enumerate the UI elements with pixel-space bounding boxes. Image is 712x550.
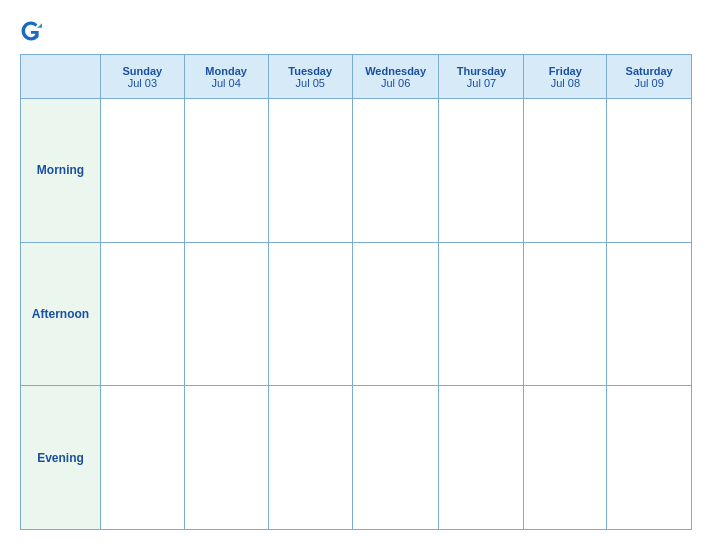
- day-header-tuesday: TuesdayJul 05: [268, 55, 352, 99]
- header-row: SundayJul 03MondayJul 04TuesdayJul 05Wed…: [21, 55, 692, 99]
- row-label-morning: Morning: [21, 99, 101, 243]
- cell-evening-sunday[interactable]: [101, 386, 185, 530]
- cell-afternoon-saturday[interactable]: [607, 242, 692, 386]
- row-afternoon: Afternoon: [21, 242, 692, 386]
- cell-morning-sunday[interactable]: [101, 99, 185, 243]
- cell-morning-tuesday[interactable]: [268, 99, 352, 243]
- day-name: Monday: [187, 65, 266, 77]
- day-header-sunday: SundayJul 03: [101, 55, 185, 99]
- cell-evening-thursday[interactable]: [439, 386, 524, 530]
- day-name: Sunday: [103, 65, 182, 77]
- day-date: Jul 06: [355, 77, 437, 89]
- calendar-table: SundayJul 03MondayJul 04TuesdayJul 05Wed…: [20, 54, 692, 530]
- cell-afternoon-friday[interactable]: [524, 242, 607, 386]
- corner-header: [21, 55, 101, 99]
- cell-afternoon-wednesday[interactable]: [352, 242, 439, 386]
- day-header-wednesday: WednesdayJul 06: [352, 55, 439, 99]
- cell-evening-monday[interactable]: [184, 386, 268, 530]
- cell-morning-wednesday[interactable]: [352, 99, 439, 243]
- cell-afternoon-monday[interactable]: [184, 242, 268, 386]
- logo-icon: [20, 20, 42, 42]
- day-header-thursday: ThursdayJul 07: [439, 55, 524, 99]
- cell-morning-friday[interactable]: [524, 99, 607, 243]
- day-header-friday: FridayJul 08: [524, 55, 607, 99]
- cell-morning-monday[interactable]: [184, 99, 268, 243]
- row-morning: Morning: [21, 99, 692, 243]
- cell-afternoon-thursday[interactable]: [439, 242, 524, 386]
- svg-marker-0: [37, 23, 42, 28]
- header: [20, 18, 692, 42]
- cell-evening-saturday[interactable]: [607, 386, 692, 530]
- day-date: Jul 03: [103, 77, 182, 89]
- cell-evening-friday[interactable]: [524, 386, 607, 530]
- day-date: Jul 09: [609, 77, 689, 89]
- cell-afternoon-sunday[interactable]: [101, 242, 185, 386]
- row-label-evening: Evening: [21, 386, 101, 530]
- cell-evening-tuesday[interactable]: [268, 386, 352, 530]
- day-name: Tuesday: [271, 65, 350, 77]
- day-date: Jul 04: [187, 77, 266, 89]
- row-evening: Evening: [21, 386, 692, 530]
- day-date: Jul 08: [526, 77, 604, 89]
- cell-morning-saturday[interactable]: [607, 99, 692, 243]
- day-header-monday: MondayJul 04: [184, 55, 268, 99]
- day-name: Thursday: [441, 65, 521, 77]
- day-date: Jul 07: [441, 77, 521, 89]
- day-name: Friday: [526, 65, 604, 77]
- cell-evening-wednesday[interactable]: [352, 386, 439, 530]
- logo-area: [20, 18, 46, 42]
- day-header-saturday: SaturdayJul 09: [607, 55, 692, 99]
- page: SundayJul 03MondayJul 04TuesdayJul 05Wed…: [0, 0, 712, 550]
- day-name: Saturday: [609, 65, 689, 77]
- cell-afternoon-tuesday[interactable]: [268, 242, 352, 386]
- row-label-afternoon: Afternoon: [21, 242, 101, 386]
- day-name: Wednesday: [355, 65, 437, 77]
- day-date: Jul 05: [271, 77, 350, 89]
- cell-morning-thursday[interactable]: [439, 99, 524, 243]
